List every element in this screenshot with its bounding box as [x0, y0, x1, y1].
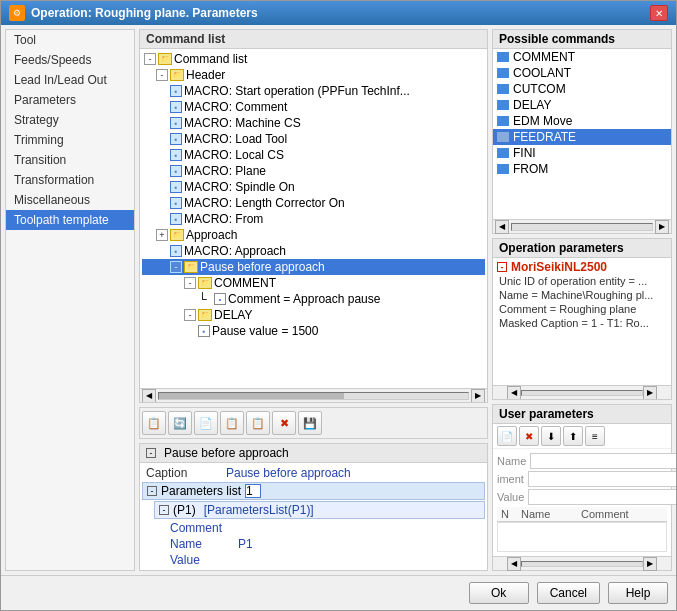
op-params-scrollbar[interactable]: ◀ ▶ — [493, 385, 671, 399]
params-list-input[interactable] — [245, 484, 261, 498]
ok-button[interactable]: Ok — [469, 582, 529, 604]
expand-icon[interactable]: - — [144, 53, 156, 65]
minus-icon[interactable]: - — [147, 486, 157, 496]
cancel-button[interactable]: Cancel — [537, 582, 600, 604]
tree-item-comment[interactable]: - 📁 COMMENT — [142, 275, 485, 291]
tree-item-macro-lengthcorr[interactable]: ▪ MACRO: Length Corrector On — [142, 195, 485, 211]
tree-item-macro-start[interactable]: ▪ MACRO: Start operation (PPFun TechInf.… — [142, 83, 485, 99]
doc-icon: ▪ — [170, 149, 182, 161]
left-panel-item-miscellaneous[interactable]: Miscellaneous — [6, 190, 134, 210]
scroll-left[interactable]: ◀ — [495, 220, 509, 234]
tree-item-comment-val[interactable]: └ • Comment = Approach pause — [142, 291, 485, 307]
pc-item-coolant[interactable]: COOLANT — [493, 65, 671, 81]
scroll-left[interactable]: ◀ — [507, 386, 521, 400]
tb-btn-2[interactable]: 🔄 — [168, 411, 192, 435]
up-tb-menu[interactable]: ≡ — [585, 426, 605, 446]
pc-item-from[interactable]: FROM — [493, 161, 671, 177]
tree-item-label: Comment = Approach pause — [228, 292, 380, 306]
tree-item-macro-approach[interactable]: ▪ MACRO: Approach — [142, 243, 485, 259]
doc-icon: ▪ — [170, 181, 182, 193]
tb-btn-5[interactable]: 📋 — [246, 411, 270, 435]
name-field-row: Name — [497, 453, 667, 469]
tree-item-macro-loadtool[interactable]: ▪ MACRO: Load Tool — [142, 131, 485, 147]
scroll-right[interactable]: ▶ — [655, 220, 669, 234]
value-input[interactable] — [528, 489, 676, 505]
params-list-header: - Parameters list — [142, 482, 485, 500]
possible-commands-header: Possible commands — [493, 30, 671, 49]
expand-icon[interactable]: - — [184, 309, 196, 321]
minus-expand[interactable]: - — [146, 448, 156, 458]
scroll-left[interactable]: ◀ — [142, 389, 156, 403]
tree-item-macro-localcs[interactable]: ▪ MACRO: Local CS — [142, 147, 485, 163]
left-panel-item-lead-in-lead-out[interactable]: Lead In/Lead Out — [6, 70, 134, 90]
close-button[interactable]: ✕ — [650, 5, 668, 21]
horizontal-scrollbar[interactable]: ◀ ▶ — [140, 388, 487, 402]
tree-item-root[interactable]: - 📁 Command list — [142, 51, 485, 67]
pc-item-feedrate[interactable]: FEEDRATE — [493, 129, 671, 145]
tb-btn-3[interactable]: 📄 — [194, 411, 218, 435]
expand-icon[interactable]: - — [156, 69, 168, 81]
right-panel: Possible commands COMMENT COOLANT CUTCOM — [492, 29, 672, 571]
pc-icon — [497, 164, 509, 174]
tree-item-macro-machinecs[interactable]: ▪ MACRO: Machine CS — [142, 115, 485, 131]
tree-item-macro-spindle[interactable]: ▪ MACRO: Spindle On — [142, 179, 485, 195]
minus-icon-p1[interactable]: - — [159, 505, 169, 515]
tree-item-delay-val[interactable]: ▪ Pause value = 1500 — [142, 323, 485, 339]
name-input[interactable] — [530, 453, 676, 469]
left-panel-item-tool[interactable]: Tool — [6, 30, 134, 50]
possible-commands-scrollbar[interactable]: ◀ ▶ — [493, 219, 671, 233]
up-tb-down[interactable]: ⬇ — [541, 426, 561, 446]
left-panel-item-strategy[interactable]: Strategy — [6, 110, 134, 130]
tree-item-macro-from[interactable]: ▪ MACRO: From — [142, 211, 485, 227]
command-list-header: Command list — [140, 30, 487, 49]
p1-value: [ParametersList(P1)] — [204, 503, 314, 517]
tree-item-macro-comment[interactable]: ▪ MACRO: Comment — [142, 99, 485, 115]
tb-btn-4[interactable]: 📋 — [220, 411, 244, 435]
minus-icon[interactable]: - — [497, 262, 507, 272]
value-field-row: Value — [497, 489, 667, 505]
left-panel-item-transition[interactable]: Transition — [6, 150, 134, 170]
tree-item-approach[interactable]: + 📁 Approach — [142, 227, 485, 243]
caption-label: Caption — [142, 465, 222, 481]
name-field-label: Name — [497, 455, 526, 467]
up-tb-delete[interactable]: ✖ — [519, 426, 539, 446]
scroll-track[interactable] — [521, 390, 643, 396]
tree-item-macro-plane[interactable]: ▪ MACRO: Plane — [142, 163, 485, 179]
pc-item-cutcom[interactable]: CUTCOM — [493, 81, 671, 97]
scroll-right[interactable]: ▶ — [643, 557, 657, 571]
pc-item-delay[interactable]: DELAY — [493, 97, 671, 113]
expand-icon[interactable]: - — [184, 277, 196, 289]
pc-item-comment[interactable]: COMMENT — [493, 49, 671, 65]
expand-icon[interactable]: + — [156, 229, 168, 241]
tb-btn-delete[interactable]: ✖ — [272, 411, 296, 435]
expand-icon[interactable]: - — [170, 261, 182, 273]
pc-item-fini[interactable]: FINI — [493, 145, 671, 161]
user-params-scrollbar[interactable]: ◀ ▶ — [493, 556, 671, 570]
folder-icon: 📁 — [170, 229, 184, 241]
tb-btn-1[interactable]: 📋 — [142, 411, 166, 435]
left-panel-item-transformation[interactable]: Transformation — [6, 170, 134, 190]
help-button[interactable]: Help — [608, 582, 668, 604]
tree-item-label: MACRO: Local CS — [184, 148, 284, 162]
scroll-track[interactable] — [521, 561, 643, 567]
scroll-right[interactable]: ▶ — [471, 389, 485, 403]
left-panel-item-parameters[interactable]: Parameters — [6, 90, 134, 110]
op-params-title[interactable]: - MoriSeikiNL2500 — [497, 260, 667, 274]
tree-item-delay[interactable]: - 📁 DELAY — [142, 307, 485, 323]
up-tb-up[interactable]: ⬆ — [563, 426, 583, 446]
possible-commands-list: COMMENT COOLANT CUTCOM DELAY — [493, 49, 671, 219]
left-panel-item-trimming[interactable]: Trimming — [6, 130, 134, 150]
iment-input[interactable] — [528, 471, 676, 487]
p1-row-comment: Comment — [154, 520, 485, 536]
left-panel-item-toolpath-template[interactable]: Toolpath template — [6, 210, 134, 230]
left-panel-item-feeds-speeds[interactable]: Feeds/Speeds — [6, 50, 134, 70]
p1-table: Comment Name P1 Value — [154, 520, 485, 568]
scroll-right[interactable]: ▶ — [643, 386, 657, 400]
tb-btn-save[interactable]: 💾 — [298, 411, 322, 435]
tree-area[interactable]: - 📁 Command list - 📁 Header ▪ MACRO: Sta… — [140, 49, 487, 388]
tree-item-pause-before[interactable]: - 📁 Pause before approach — [142, 259, 485, 275]
up-tb-new[interactable]: 📄 — [497, 426, 517, 446]
pc-item-edm[interactable]: EDM Move — [493, 113, 671, 129]
tree-item-header[interactable]: - 📁 Header — [142, 67, 485, 83]
scroll-left[interactable]: ◀ — [507, 557, 521, 571]
